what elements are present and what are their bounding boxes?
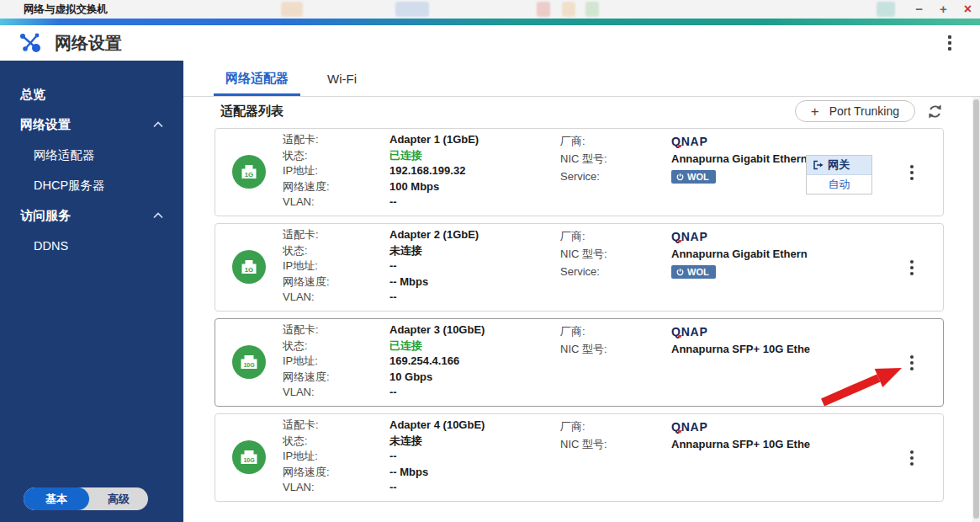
ip-address: -- (389, 449, 560, 465)
nic-port-icon-10g: 10G (232, 345, 266, 379)
power-icon (676, 268, 684, 276)
desktop-icon-ghost (537, 2, 550, 17)
nic-port-icon-1g: 1G (232, 250, 266, 284)
app-window: 网络与虚拟交换机 − + × 网络设置 总览 网络设置 (0, 0, 980, 522)
field-labels: 适配卡:状态: IP地址:网络速度: VLAN: (283, 322, 389, 406)
vendor-values: QNAP Annapurna Gigabit Ethern WOL (671, 132, 811, 216)
refresh-button[interactable] (927, 104, 943, 120)
wol-badge: WOL (671, 265, 716, 279)
sidebar-item-label: 网络设置 (20, 117, 71, 131)
adapter-name: Adapter 2 (1GbE) (389, 227, 560, 243)
nic-model: Annapurna SFP+ 10G Ethe (671, 438, 810, 450)
adapter-card-2: 1G 适配卡:状态: IP地址:网络速度: VLAN: Adapter 2 (1… (215, 223, 944, 312)
gateway-exit-icon (813, 160, 824, 170)
window-title: 网络与虚拟交换机 (24, 3, 108, 17)
port-trunking-label: Port Trunking (829, 104, 899, 118)
vertical-scrollbar (972, 97, 980, 522)
chevron-up-icon (153, 121, 163, 128)
list-toolbar: 适配器列表 + Port Trunking (183, 99, 980, 124)
nic-port-icon-1g: 1G (232, 155, 266, 189)
sidebar-item-dhcp-server[interactable]: DHCP服务器 (0, 170, 183, 200)
adapter-name: Adapter 3 (10GbE) (389, 322, 560, 338)
scrollbar-thumb[interactable] (973, 99, 979, 519)
vendor-values: QNAP Annapurna Gigabit Ethern WOL (671, 227, 811, 311)
adapter-2-menu-button[interactable] (904, 256, 919, 280)
sidebar-item-label: 访问服务 (20, 208, 71, 222)
status-badge: 已连接 (389, 148, 560, 164)
app-header: 网络设置 (0, 25, 980, 61)
sidebar-item-network-adapters[interactable]: 网络适配器 (0, 140, 183, 170)
desktop-icon-ghost (877, 2, 895, 17)
sidebar-item-label: 总览 (20, 87, 45, 101)
page-title: 网络设置 (55, 32, 122, 55)
sidebar-item-overview[interactable]: 总览 (0, 79, 183, 109)
link-speed: 10 Gbps (389, 370, 560, 386)
sidebar-item-ddns[interactable]: DDNS (0, 231, 183, 261)
sidebar-item-label: DHCP服务器 (34, 178, 105, 192)
vendor-labels: 厂商:NIC 型号: (560, 322, 671, 406)
svg-text:10G: 10G (243, 362, 255, 368)
svg-text:1G: 1G (245, 171, 254, 178)
vendor-values: QNAP Annapurna SFP+ 10G Ethe (671, 322, 811, 406)
gateway-indicator: 网关 自动 (806, 155, 872, 194)
sidebar: 总览 网络设置 网络适配器 DHCP服务器 访问服务 DDNS 基本 高级 (0, 61, 183, 522)
field-labels: 适配卡:状态: IP地址:网络速度: VLAN: (283, 132, 389, 216)
sidebar-item-network-settings[interactable]: 网络设置 (0, 109, 183, 140)
plus-icon: + (811, 104, 819, 119)
list-title: 适配器列表 (220, 104, 283, 120)
minimize-button[interactable]: − (915, 0, 923, 19)
sidebar-item-label: 网络适配器 (34, 148, 95, 162)
nic-model: Annapurna Gigabit Ethern (671, 152, 808, 165)
svg-text:10G: 10G (243, 457, 255, 463)
adapter-card-1: 1G 适配卡:状态: IP地址:网络速度: VLAN: Adapter 1 (1… (215, 128, 944, 216)
main-content: 网络适配器 Wi-Fi 适配器列表 + Port Trunking (183, 61, 980, 522)
toggle-basic-button[interactable]: 基本 (24, 487, 89, 510)
close-button[interactable]: × (964, 0, 972, 19)
adapter-card-4: 10G 适配卡:状态: IP地址:网络速度: VLAN: Adapter 4 (… (215, 413, 944, 502)
field-labels: 适配卡:状态: IP地址:网络速度: VLAN: (283, 227, 389, 311)
power-icon (676, 173, 684, 181)
desktop-icon-ghost (562, 2, 575, 17)
nic-model: Annapurna SFP+ 10G Ethe (671, 343, 810, 355)
field-values: Adapter 2 (1GbE) 未连接 -- -- Mbps -- (389, 227, 560, 311)
mode-toggle: 基本 高级 (24, 487, 148, 510)
refresh-icon (927, 104, 943, 120)
sidebar-item-access-services[interactable]: 访问服务 (0, 200, 183, 231)
port-trunking-button[interactable]: + Port Trunking (795, 100, 915, 122)
link-speed: -- Mbps (389, 274, 560, 290)
nic-model: Annapurna Gigabit Ethern (671, 248, 808, 260)
field-values: Adapter 1 (1GbE) 已连接 192.168.199.32 100 … (389, 132, 560, 216)
qnap-logo: QNAP (671, 230, 708, 243)
wol-badge: WOL (671, 170, 716, 184)
vlan-value: -- (389, 290, 560, 306)
vendor-labels: 厂商:NIC 型号: (560, 418, 671, 501)
gateway-row: 网关 (807, 156, 871, 175)
ip-address: 192.168.199.32 (389, 163, 560, 179)
adapter-1-menu-button[interactable] (904, 161, 919, 184)
chevron-up-icon (153, 212, 163, 219)
toggle-advanced-button[interactable]: 高级 (89, 487, 148, 510)
qnap-logo: QNAP (671, 135, 708, 148)
svg-text:1G: 1G (245, 266, 254, 274)
header-menu-button[interactable] (943, 32, 956, 54)
field-labels: 适配卡:状态: IP地址:网络速度: VLAN: (283, 418, 389, 501)
tab-wifi[interactable]: Wi-Fi (315, 61, 368, 96)
desktop-icon-ghost (585, 2, 599, 17)
tab-bar: 网络适配器 Wi-Fi (183, 61, 980, 97)
status-badge: 已连接 (389, 338, 560, 354)
desktop-icon-ghost (395, 2, 429, 17)
tab-network-adapters[interactable]: 网络适配器 (214, 61, 300, 96)
link-speed: 100 Mbps (389, 179, 560, 195)
vendor-labels: 厂商:NIC 型号: Service: (560, 132, 671, 216)
qnap-logo: QNAP (671, 420, 708, 434)
network-logo-icon (17, 29, 44, 56)
adapter-card-3: 10G 适配卡:状态: IP地址:网络速度: VLAN: Adapter 3 (… (215, 318, 944, 407)
vlan-value: -- (389, 385, 560, 401)
adapter-3-menu-button[interactable] (904, 351, 919, 375)
maximize-button[interactable]: + (940, 0, 947, 19)
adapter-4-menu-button[interactable] (904, 446, 919, 470)
gateway-mode-link[interactable]: 自动 (807, 175, 871, 194)
desktop-icon-ghost (281, 2, 303, 17)
adapter-name: Adapter 1 (1GbE) (389, 132, 560, 148)
link-speed: -- Mbps (389, 465, 560, 481)
